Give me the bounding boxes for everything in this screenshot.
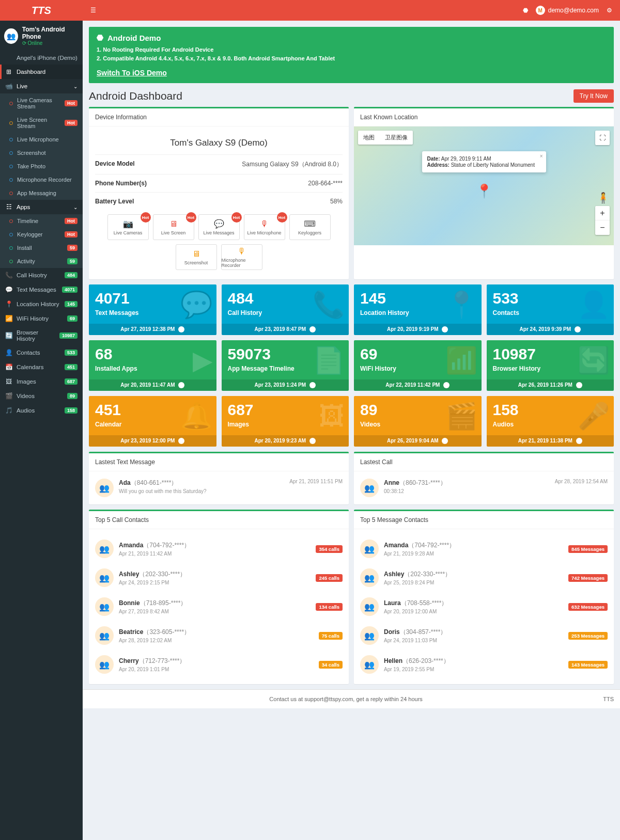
sidebar-dashboard[interactable]: ⊞Dashboard xyxy=(0,65,83,79)
info-row: Phone Number(s)208-664-**** xyxy=(95,174,343,192)
chevron-down-icon: ⌄ xyxy=(73,204,78,210)
info-row: Battery Level58% xyxy=(95,192,343,210)
chevron-down-icon: ⌄ xyxy=(73,84,78,89)
arrow-right-icon: › xyxy=(309,438,316,444)
nav-icon: 📍 xyxy=(5,300,12,308)
contact-avatar-icon: 👥 xyxy=(95,568,114,587)
zoom-out-icon[interactable]: − xyxy=(595,220,610,235)
contact-avatar-icon: 👥 xyxy=(360,540,379,558)
sidebar-main-item[interactable]: 📶WiFi Hisotry69 xyxy=(0,311,83,326)
sidebar-live-item[interactable]: App Messaging xyxy=(0,186,83,200)
contact-item[interactable]: 👥Amanda（704-792-****）Apr 21, 2019 11:42 … xyxy=(95,534,343,563)
nav-icon: 🔄 xyxy=(5,332,12,339)
stat-tile[interactable]: 📄59073App Message TimelineApr 23, 2019 1… xyxy=(222,340,349,391)
sidebar-main-item[interactable]: 💬Text Messages4071 xyxy=(0,282,83,297)
stat-tile[interactable]: 🎬89VideosApr 26, 2019 9:04 AM › xyxy=(354,396,482,447)
contact-item[interactable]: 👥Ashley（202-330-****）Apr 25, 2019 8:24 P… xyxy=(360,563,608,592)
sidebar-main-item[interactable]: 🔄Browser Hisotry10987 xyxy=(0,326,83,345)
contact-item[interactable]: 👥Amanda（704-792-****）Apr 21, 2019 9:28 A… xyxy=(360,534,608,563)
sidebar-live-header[interactable]: 📹Live⌄ xyxy=(0,79,83,93)
hot-badge: Hot xyxy=(186,212,196,223)
stat-tile[interactable]: 🖼687ImagesApr 20, 2019 9:23 AM › xyxy=(222,396,349,447)
menu-toggle-icon[interactable]: ☰ xyxy=(83,7,104,14)
contact-item[interactable]: 👥Hellen（626-203-****）Apr 19, 2019 2:55 P… xyxy=(360,650,608,679)
device-name: Tom's Android Phone xyxy=(22,26,79,40)
live-action-button[interactable]: ⌨Keyloggers xyxy=(289,214,331,240)
android-icon[interactable]: ⬣ xyxy=(523,7,528,14)
stat-tile[interactable]: 🔄10987Browser HistoryApr 26, 2019 11:26 … xyxy=(487,340,614,391)
footer: Contact us at support@ttspy.com, get a r… xyxy=(83,689,620,708)
sidebar-main-item[interactable]: 🎵Audios158 xyxy=(0,403,83,418)
map-pin-icon: 📍 xyxy=(476,183,492,199)
map-tab-satellite[interactable]: 卫星图像 xyxy=(380,131,413,145)
top-calls-box: Top 5 Call Contacts 👥Amanda（704-792-****… xyxy=(89,510,349,684)
zoom-in-icon[interactable]: + xyxy=(595,206,610,220)
sidebar-main-item[interactable]: 🎬Videos89 xyxy=(0,389,83,403)
live-action-button[interactable]: 🖥Screenshot xyxy=(176,244,217,270)
stat-tile[interactable]: 🎤158AudiosApr 21, 2019 11:38 PM › xyxy=(487,396,614,447)
sidebar-live-item[interactable]: Take Photo xyxy=(0,160,83,173)
logo[interactable]: TTS xyxy=(0,5,83,17)
contact-item[interactable]: 👥Cherry（712-773-****）Apr 20, 2019 1:01 P… xyxy=(95,650,343,679)
contact-avatar-icon: 👥 xyxy=(95,597,114,616)
close-icon[interactable]: × xyxy=(540,153,543,159)
user-menu[interactable]: M demo@demo.com xyxy=(536,6,599,15)
stat-tile[interactable]: 📞484Call HistoryApr 23, 2019 8:47 PM › xyxy=(222,284,349,335)
sidebar-live-item[interactable]: Screenshot xyxy=(0,146,83,160)
map-tab-map[interactable]: 地图 xyxy=(358,131,380,145)
sidebar-live-item[interactable]: Live Microphone xyxy=(0,133,83,146)
device-title: Tom's Galaxy S9 (Demo) xyxy=(95,132,343,154)
stat-tile[interactable]: 🔔451CalendarApr 23, 2019 12:00 PM › xyxy=(89,396,216,447)
live-action-button[interactable]: 🎙Microphone Recorder xyxy=(221,244,262,270)
stat-tile[interactable]: 📍145Location HistoryApr 20, 2019 9:19 PM… xyxy=(354,284,482,335)
arrow-right-icon: › xyxy=(575,326,581,332)
settings-icon[interactable]: ⚙ xyxy=(607,7,612,14)
live-icon: 🖥 xyxy=(169,219,178,229)
stat-tile[interactable]: 📶69WiFi HistoryApr 22, 2019 11:42 PM › xyxy=(354,340,482,391)
sidebar-apps-item[interactable]: TimelineHot xyxy=(0,214,83,228)
arrow-right-icon: › xyxy=(442,438,448,444)
try-it-now-button[interactable]: Try It Now xyxy=(574,89,614,103)
nav-icon: 💬 xyxy=(5,286,12,293)
count-badge: 742 Messages xyxy=(568,574,608,582)
sidebar-apps-item[interactable]: Install59 xyxy=(0,241,83,255)
stat-tile[interactable]: 👤533ContactsApr 24, 2019 9:39 PM › xyxy=(487,284,614,335)
contact-item[interactable]: 👥Bonnie（718-895-****）Apr 27, 2019 8:42 A… xyxy=(95,592,343,621)
sidebar-apps-item[interactable]: Activity59 xyxy=(0,255,83,268)
sidebar-live-item[interactable]: Live Screen StreamHot xyxy=(0,113,83,133)
count-badge: 245 calls xyxy=(316,574,343,582)
switch-demo-link[interactable]: Switch To iOS Demo xyxy=(97,69,167,77)
contact-item[interactable]: 👥Doris（304-857-****）Apr 24, 2019 11:03 P… xyxy=(360,621,608,650)
sidebar-main-item[interactable]: 🖼Images687 xyxy=(0,374,83,389)
sidebar-live-item[interactable]: Live Cameras StreamHot xyxy=(0,93,83,113)
arrow-right-icon: › xyxy=(576,382,582,388)
live-icon: 🎙 xyxy=(238,247,246,256)
stat-tile[interactable]: 💬4071Text MessagesApr 27, 2019 12:38 PM … xyxy=(89,284,216,335)
live-action-button[interactable]: Hot🎙Live Microphone xyxy=(244,214,285,240)
hot-badge: Hot xyxy=(231,212,242,223)
nav-icon: 🎵 xyxy=(5,407,12,414)
top-msgs-box: Top 5 Message Contacts 👥Amanda（704-792-*… xyxy=(354,510,614,684)
sidebar-main-item[interactable]: 👤Contacts533 xyxy=(0,345,83,360)
sidebar-apps-item[interactable]: KeyloggerHot xyxy=(0,228,83,241)
map[interactable]: 地图 卫星图像 ⛶ × Date: Apr 29, 2019 9:11 AM A… xyxy=(354,126,614,245)
live-action-button[interactable]: Hot💬Live Messages xyxy=(198,214,240,240)
sidebar-live-item[interactable]: Microphone Recorder xyxy=(0,173,83,186)
count-badge: 34 calls xyxy=(319,661,343,669)
contact-item[interactable]: 👥Beatrice（323-605-****）Apr 28, 2019 12:0… xyxy=(95,621,343,650)
contact-item[interactable]: 👥Ashley（202-330-****）Apr 24, 2019 2:15 P… xyxy=(95,563,343,592)
pegman-icon[interactable]: 🧍 xyxy=(597,192,610,204)
live-action-button[interactable]: Hot🖥Live Screen xyxy=(153,214,194,240)
stat-tile[interactable]: ▶68Installed AppsApr 20, 2019 11:47 AM › xyxy=(89,340,216,391)
contact-avatar-icon: 👥 xyxy=(360,568,379,587)
fullscreen-icon[interactable]: ⛶ xyxy=(595,131,610,145)
arrow-right-icon: › xyxy=(309,382,316,388)
avatar-icon: M xyxy=(536,6,545,15)
live-action-button[interactable]: Hot📷Live Cameras xyxy=(107,214,149,240)
sidebar-apps-header[interactable]: ☷Apps⌄ xyxy=(0,200,83,214)
sidebar-main-item[interactable]: 📍Location History145 xyxy=(0,297,83,311)
sidebar-main-item[interactable]: 📞Call Hisotry484 xyxy=(0,268,83,282)
contact-item[interactable]: 👥Laura（708-558-****）Apr 20, 2019 12:00 A… xyxy=(360,592,608,621)
sidebar-demo-device[interactable]: Angel's iPhone (Demo) xyxy=(0,51,83,65)
sidebar-main-item[interactable]: 📅Calendars451 xyxy=(0,360,83,374)
